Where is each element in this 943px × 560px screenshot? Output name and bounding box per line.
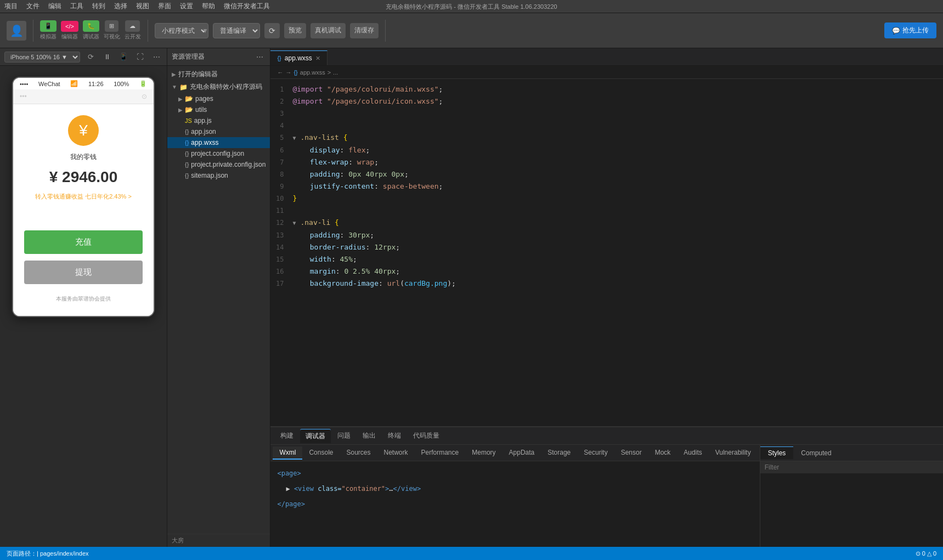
- project-private-config-file[interactable]: {} project.private.config.json: [167, 159, 270, 170]
- app-json-file[interactable]: {} app.json: [167, 126, 270, 137]
- computed-tab[interactable]: Computed: [793, 447, 839, 459]
- sim-rotate-icon[interactable]: 📱: [117, 51, 129, 63]
- wifi-icon: 📶: [70, 80, 78, 87]
- editor-breadcrumb: ← → {} app.wxss > ...: [270, 66, 943, 79]
- device-select[interactable]: iPhone 5 100% 16 ▼: [4, 52, 80, 63]
- nav-tab-console[interactable]: Console: [302, 446, 340, 460]
- menu-item-view[interactable]: 视图: [136, 2, 149, 11]
- code-line-1: 1 @import "/pages/colorui/main.wxss";: [270, 83, 943, 95]
- project-root[interactable]: ▼ 📁 充电余额特效小程序源码: [167, 81, 270, 93]
- visual-button[interactable]: ⊞: [105, 20, 118, 32]
- app-js-file[interactable]: JS app.js: [167, 115, 270, 126]
- nav-tab-memory[interactable]: Memory: [465, 446, 502, 460]
- app-wxss-file[interactable]: {} app.wxss: [167, 137, 270, 148]
- wechat-app-title: WeChat: [38, 81, 60, 87]
- menu-item-file[interactable]: 文件: [26, 2, 39, 11]
- editor-label: 编辑器: [61, 33, 78, 41]
- app-wxss-tab[interactable]: {} app.wxss ✕: [270, 50, 327, 65]
- menu-item-wechat[interactable]: 微信开发者工具: [224, 2, 270, 11]
- tab-issues[interactable]: 问题: [332, 429, 356, 443]
- tab-terminal[interactable]: 终端: [382, 429, 406, 443]
- nav-tab-appdata[interactable]: AppData: [502, 446, 541, 460]
- menu-item-ui[interactable]: 界面: [158, 2, 171, 11]
- tab-codequality[interactable]: 代码质量: [408, 429, 445, 443]
- code-line-12: 12 ▼.nav-li {: [270, 217, 943, 229]
- phone-footer: 本服务由翠谱协会提供: [56, 291, 111, 305]
- main-toolbar: 👤 📱 模拟器 </> 编辑器 🐛 调试器 ⊞ 可视化 ☁ 云开发: [0, 13, 943, 48]
- nav-tab-mock[interactable]: Mock: [648, 446, 677, 460]
- tab-wxss-icon: {}: [277, 55, 281, 61]
- nav-tab-sensor[interactable]: Sensor: [614, 446, 648, 460]
- sim-refresh-icon[interactable]: ⟳: [84, 51, 97, 63]
- charge-button[interactable]: 充值: [24, 230, 143, 254]
- open-editors-section[interactable]: ▶ 打开的编辑器: [167, 68, 270, 81]
- line-num-14: 14: [270, 241, 292, 253]
- tab-debugger[interactable]: 调试器: [300, 429, 331, 443]
- nav-tab-vulnerability[interactable]: Vulnerability: [709, 446, 758, 460]
- line-content-7: flex-wrap: wrap;: [292, 156, 379, 168]
- cloud-tool-group: ☁ 云开发: [125, 20, 141, 41]
- mode-select[interactable]: 小程序模式: [155, 23, 208, 38]
- sitemap-label: sitemap.json: [191, 172, 228, 179]
- utils-folder[interactable]: ▶ 📂 utils: [167, 104, 270, 115]
- compile-button[interactable]: ⟳: [264, 23, 280, 38]
- project-config-file[interactable]: {} project.config.json: [167, 148, 270, 159]
- wxml-line-2[interactable]: ▶ <view class="container">…</view>: [277, 481, 753, 496]
- nav-tab-performance[interactable]: Performance: [415, 446, 466, 460]
- sim-more-icon[interactable]: ⋯: [150, 51, 162, 63]
- code-line-16: 16 margin: 0 2.5% 40rpx;: [270, 265, 943, 278]
- project-config-icon: {}: [185, 150, 189, 157]
- status-right: ⊙ 0 △ 0: [916, 550, 936, 557]
- menu-item-tool[interactable]: 工具: [70, 2, 83, 11]
- code-line-5: 5 ▼.nav-list {: [270, 132, 943, 144]
- tab-close-button[interactable]: ✕: [315, 55, 320, 62]
- styles-tab[interactable]: Styles: [760, 446, 794, 459]
- nav-tab-wxml[interactable]: Wxml: [273, 446, 302, 460]
- withdraw-button[interactable]: 提现: [24, 261, 143, 284]
- open-editors-label: 打开的编辑器: [178, 70, 218, 79]
- debugger-button[interactable]: 🐛: [83, 20, 99, 32]
- simulator-button[interactable]: 📱: [40, 20, 57, 32]
- clear-cache-button[interactable]: 清缓存: [350, 23, 379, 38]
- debugger-label: 调试器: [83, 33, 99, 41]
- line-num-16: 16: [270, 265, 292, 278]
- nav-tab-network[interactable]: Network: [377, 446, 415, 460]
- tab-output[interactable]: 输出: [357, 429, 381, 443]
- phone-frame: •••• WeChat 📶 11:26 100% 🔋 ••• ⊙ ¥ 我的零钱 …: [12, 77, 155, 317]
- file-more-icon[interactable]: ⋯: [253, 51, 266, 63]
- code-area[interactable]: 1 @import "/pages/colorui/main.wxss"; 2 …: [270, 79, 943, 426]
- phone-status-bar: •••• WeChat 📶 11:26 100% 🔋: [13, 78, 154, 89]
- menu-item-select[interactable]: 选择: [114, 2, 127, 11]
- styles-filter-input[interactable]: [760, 461, 943, 473]
- real-device-button[interactable]: 真机调试: [310, 23, 346, 38]
- menu-item-help[interactable]: 帮助: [202, 2, 215, 11]
- editor-button[interactable]: </>: [61, 21, 78, 32]
- menu-item-edit[interactable]: 编辑: [48, 2, 61, 11]
- nav-tab-audits[interactable]: Audits: [677, 446, 708, 460]
- project-private-icon: {}: [185, 161, 189, 168]
- upload-button[interactable]: 💬 抢先上传: [884, 22, 936, 38]
- nav-tab-sources[interactable]: Sources: [340, 446, 377, 460]
- breadcrumb-nav-back[interactable]: ←: [277, 69, 283, 76]
- cloud-button[interactable]: ☁: [125, 20, 140, 32]
- project-config-label: project.config.json: [191, 150, 244, 157]
- breadcrumb-nav-forward[interactable]: →: [285, 69, 291, 76]
- pages-label: pages: [195, 95, 213, 103]
- breadcrumb-sep: >: [327, 69, 331, 76]
- preview-button[interactable]: 预览: [284, 23, 306, 38]
- menu-item-project[interactable]: 项目: [4, 2, 18, 11]
- nav-home-icon: ⊙: [142, 93, 147, 100]
- menu-item-settings[interactable]: 设置: [180, 2, 193, 11]
- nav-tab-security[interactable]: Security: [577, 446, 614, 460]
- sim-fullscreen-icon[interactable]: ⛶: [134, 51, 146, 63]
- code-line-7: 7 flex-wrap: wrap;: [270, 156, 943, 168]
- sitemap-file[interactable]: {} sitemap.json: [167, 170, 270, 181]
- compile-select[interactable]: 普通编译: [213, 23, 260, 38]
- pages-folder[interactable]: ▶ 📂 pages: [167, 93, 270, 104]
- menu-item-goto[interactable]: 转到: [92, 2, 105, 11]
- app-js-label: app.js: [194, 117, 212, 125]
- sim-pause-icon[interactable]: ⏸: [101, 51, 113, 63]
- devtools-right-panel: Styles Computed: [760, 445, 943, 547]
- tab-build[interactable]: 构建: [275, 429, 299, 443]
- nav-tab-storage[interactable]: Storage: [541, 446, 577, 460]
